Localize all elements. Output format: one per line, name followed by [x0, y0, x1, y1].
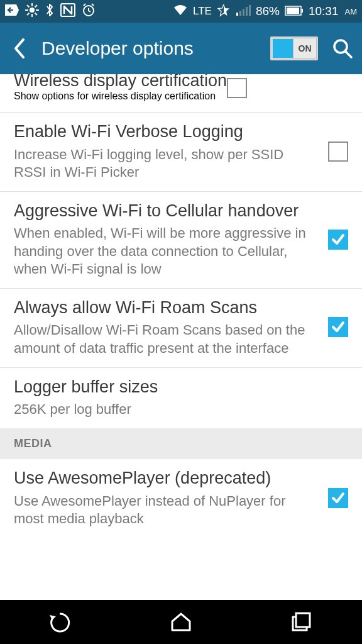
svg-rect-10 [302, 9, 303, 13]
svg-rect-12 [296, 613, 310, 627]
setting-desc: When enabled, Wi-Fi will be more aggress… [14, 225, 313, 277]
wifi-icon [173, 4, 188, 19]
setting-use-awesomeplayer[interactable]: Use AwesomePlayer (deprecated) Use Aweso… [0, 459, 362, 538]
setting-wireless-display-cert[interactable]: Wireless display certification Show opti… [0, 74, 362, 113]
nav-back-button[interactable] [41, 609, 79, 635]
nfc-icon [60, 3, 75, 20]
navigation-bar [0, 600, 362, 644]
svg-rect-5 [243, 9, 244, 16]
setting-desc: Show options for wireless display certif… [14, 91, 227, 102]
setting-title: Always allow Wi-Fi Roam Scans [14, 297, 313, 318]
status-bar: LTE 86% 10:31 AM [0, 0, 362, 23]
setting-desc: Allow/Disallow Wi-Fi Roam Scans based on… [14, 321, 313, 357]
checkbox[interactable] [328, 230, 348, 250]
setting-logger-buffer-sizes[interactable]: Logger buffer sizes 256K per log buffer [0, 368, 362, 429]
setting-title: Use AwesomePlayer (deprecated) [14, 468, 313, 488]
section-header-media: MEDIA [0, 428, 362, 459]
setting-wifi-roam-scans[interactable]: Always allow Wi-Fi Roam Scans Allow/Disa… [0, 289, 362, 368]
brightness-icon [217, 3, 231, 20]
checkbox[interactable] [227, 78, 247, 98]
network-type: LTE [193, 5, 212, 18]
setting-desc: 256K per log buffer [14, 401, 333, 418]
setting-title: Logger buffer sizes [14, 377, 333, 397]
battery-icon [285, 4, 304, 19]
gps-icon [25, 3, 39, 20]
clock-ampm: AM [345, 7, 358, 16]
notification-icon [5, 4, 19, 19]
alarm-icon [82, 3, 96, 20]
svg-rect-6 [246, 7, 248, 16]
setting-desc: Use AwesomePlayer instead of NuPlayer fo… [14, 492, 313, 528]
search-button[interactable] [332, 38, 353, 59]
master-toggle[interactable]: ON [270, 36, 318, 60]
battery-percent: 86% [256, 4, 280, 18]
page-title: Developer options [41, 38, 270, 59]
svg-rect-4 [239, 11, 241, 16]
setting-title: Enable Wi-Fi Verbose Logging [14, 121, 313, 142]
settings-list[interactable]: Wireless display certification Show opti… [0, 74, 362, 600]
setting-desc: Increase Wi-Fi logging level, show per S… [14, 146, 313, 181]
nav-home-button[interactable] [162, 609, 200, 635]
checkbox[interactable] [328, 142, 348, 162]
clock-time: 10:31 [309, 4, 339, 18]
checkbox[interactable] [328, 488, 348, 508]
signal-icon [236, 4, 251, 19]
toggle-knob-label: ON [293, 38, 317, 59]
svg-point-0 [30, 8, 35, 13]
back-button[interactable] [9, 38, 30, 59]
bluetooth-icon [45, 3, 54, 20]
checkbox[interactable] [328, 317, 348, 337]
app-header: Developer options ON [0, 23, 362, 74]
svg-rect-7 [249, 5, 251, 16]
setting-title: Aggressive Wi-Fi to Cellular handover [14, 201, 313, 221]
svg-rect-9 [287, 8, 299, 14]
nav-recent-button[interactable] [283, 609, 321, 635]
setting-wifi-verbose-logging[interactable]: Enable Wi-Fi Verbose Logging Increase Wi… [0, 113, 362, 192]
setting-aggressive-handover[interactable]: Aggressive Wi-Fi to Cellular handover Wh… [0, 192, 362, 289]
setting-title: Wireless display certification [14, 74, 227, 91]
svg-rect-3 [236, 13, 238, 16]
